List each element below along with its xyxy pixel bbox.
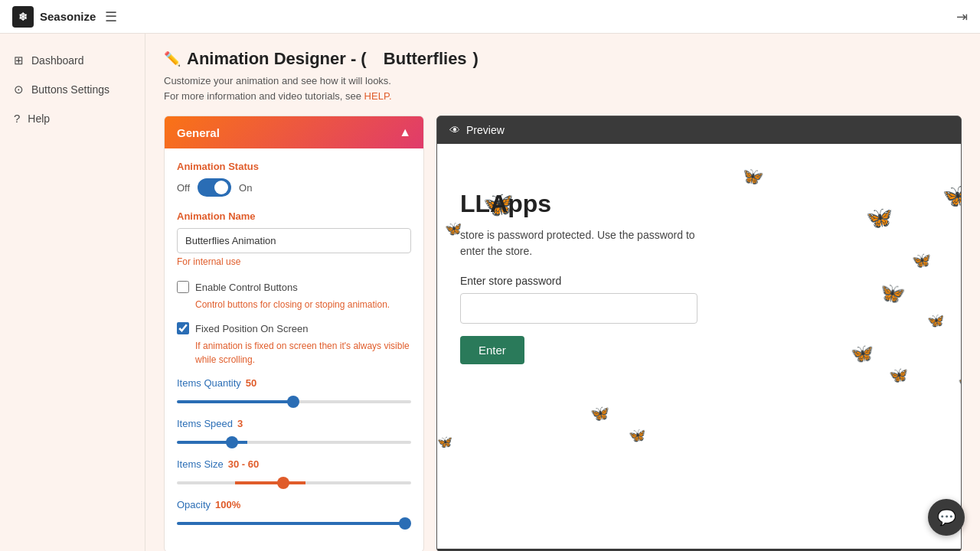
opacity-label: Opacity: [177, 499, 211, 510]
toggle-on-label: On: [239, 182, 252, 194]
items-quantity-slider[interactable]: [177, 400, 411, 403]
enable-control-label[interactable]: Enable Control Buttons: [195, 282, 298, 293]
top-bar: ❄ Seasonize ☰ ⇥: [0, 0, 980, 34]
fixed-position-checkbox[interactable]: [177, 322, 189, 334]
sidebar-label-buttons: Buttons Settings: [31, 83, 109, 96]
app-container: ❄ Seasonize ☰ ⇥ ⊞ Dashboard ⊙ Buttons Se…: [0, 0, 980, 551]
general-panel: General ▲ Animation Status Off On: [164, 116, 424, 551]
chat-icon: 💬: [937, 508, 956, 527]
butterfly-2: 🦋: [743, 167, 764, 187]
animation-status-toggle[interactable]: [198, 178, 231, 197]
enable-control-desc: Control buttons for closing or stoping a…: [177, 298, 411, 311]
title-suffix: ): [473, 49, 479, 69]
hamburger-icon[interactable]: ☰: [105, 8, 117, 25]
preview-label: Preview: [466, 124, 505, 136]
subtitle-line1: Customize your animation and see how it …: [164, 73, 962, 89]
page-title: ✏️ Animation Designer - ( Butterflies ): [164, 49, 962, 69]
store-desc-line1: store is password protected. Use the pas…: [460, 229, 695, 241]
butterfly-11: 🦋: [445, 220, 462, 237]
animation-app-name: Butterflies: [384, 49, 467, 69]
enter-button[interactable]: Enter: [460, 336, 524, 364]
sidebar-item-dashboard[interactable]: ⊞ Dashboard: [0, 46, 145, 75]
toggle-off-label: Off: [177, 182, 190, 194]
panel-content: Animation Status Off On Animation Name: [165, 148, 423, 551]
logout-icon: ⇥: [956, 9, 968, 24]
items-size-section: Items Size 30 - 60: [177, 458, 411, 487]
two-col-layout: General ▲ Animation Status Off On: [164, 116, 962, 551]
items-size-value: 30 - 60: [228, 458, 259, 470]
store-title: LLApps: [460, 190, 938, 218]
buttons-icon: ⊙: [14, 83, 24, 96]
page-header: ✏️ Animation Designer - ( Butterflies ) …: [164, 49, 962, 103]
main-content: ✏️ Animation Designer - ( Butterflies ) …: [145, 34, 980, 551]
enable-control-row: Enable Control Buttons: [177, 281, 411, 293]
items-speed-label: Items Speed: [177, 418, 233, 429]
opacity-value: 100%: [215, 499, 240, 510]
main-area: ⊞ Dashboard ⊙ Buttons Settings ? Help ✏️…: [0, 34, 980, 551]
logout-button[interactable]: ⇥: [956, 8, 968, 25]
preview-header: 👁 Preview: [437, 116, 961, 144]
butterfly-15: 🦋: [437, 435, 452, 449]
butterfly-9: 🦋: [889, 366, 908, 384]
items-quantity-label: Items Quantity: [177, 377, 241, 389]
eye-icon: 👁: [449, 124, 460, 136]
fixed-position-row: Fixed Position On Screen: [177, 322, 411, 334]
items-size-slider[interactable]: [177, 481, 411, 484]
panel-header[interactable]: General ▲: [165, 116, 423, 148]
items-speed-slider[interactable]: [177, 441, 411, 444]
wand-icon: ✏️: [164, 51, 181, 67]
opacity-slider[interactable]: [177, 522, 411, 525]
butterfly-10: 🦋: [958, 373, 961, 393]
enable-control-checkbox[interactable]: [177, 281, 189, 293]
items-quantity-section: Items Quantity 50: [177, 377, 411, 406]
butterfly-14: 🦋: [629, 427, 645, 444]
title-prefix: Animation Designer - (: [187, 49, 367, 69]
logo-icon: ❄: [12, 6, 34, 28]
sidebar-label-help: Help: [28, 112, 50, 125]
preview-content: 🦋 🦋 🦋 🦋 🦋 🦋 🦋 🦋 🦋 🦋 🦋 🦋 🦋 🦋: [437, 144, 961, 549]
panel-header-label: General: [177, 126, 220, 139]
store-desc-line2: enter the store.: [460, 245, 532, 257]
fixed-position-label[interactable]: Fixed Position On Screen: [195, 323, 308, 334]
dashboard-icon: ⊞: [14, 54, 24, 67]
items-quantity-value: 50: [246, 377, 256, 389]
top-bar-right: ⇥: [956, 8, 968, 25]
sidebar-item-buttons-settings[interactable]: ⊙ Buttons Settings: [0, 75, 145, 104]
fixed-position-desc: If animation is fixed on screen then it'…: [177, 339, 411, 367]
items-size-label: Items Size: [177, 458, 224, 470]
subtitle-line2: For more information and video tutorials…: [164, 89, 962, 104]
animation-name-label: Animation Name: [177, 210, 411, 222]
butterfly-5: 🦋: [942, 182, 961, 209]
app-name: Seasonize: [40, 10, 96, 23]
sidebar-label-dashboard: Dashboard: [31, 54, 84, 67]
store-desc: store is password protected. Use the pas…: [460, 227, 938, 259]
items-speed-value: 3: [237, 418, 243, 429]
password-label: Enter store password: [460, 275, 938, 287]
password-input[interactable]: [460, 293, 697, 324]
preview-panel: 👁 Preview 🦋 🦋 🦋 🦋 🦋 🦋 🦋 🦋 🦋: [436, 116, 962, 551]
opacity-section: Opacity 100%: [177, 499, 411, 527]
logo-area: ❄ Seasonize: [12, 6, 96, 28]
help-icon: ?: [14, 112, 20, 125]
toggle-slider: [198, 178, 231, 197]
sidebar: ⊞ Dashboard ⊙ Buttons Settings ? Help: [0, 34, 145, 551]
chat-bubble[interactable]: 💬: [928, 499, 965, 536]
animation-status-label: Animation Status: [177, 161, 411, 172]
animation-name-input[interactable]: [177, 228, 411, 253]
sidebar-item-help[interactable]: ? Help: [0, 104, 145, 132]
butterfly-13: 🦋: [590, 404, 609, 422]
toggle-row: Off On: [177, 178, 411, 197]
items-speed-section: Items Speed 3: [177, 418, 411, 446]
help-link[interactable]: HELP.: [364, 90, 392, 102]
internal-use-text: For internal use: [177, 256, 411, 267]
logo-char: ❄: [18, 11, 28, 23]
page-subtitle: Customize your animation and see how it …: [164, 73, 962, 103]
collapse-icon: ▲: [399, 126, 411, 139]
